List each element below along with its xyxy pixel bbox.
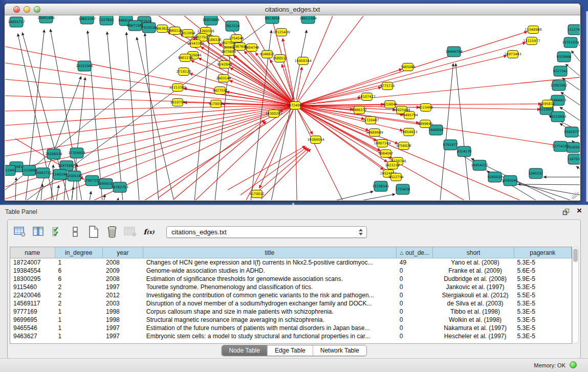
graph-node[interactable]: 9227341 [553,66,568,76]
row-check-icon[interactable] [50,224,64,239]
graph-node[interactable]: 12213389 [169,84,186,92]
graph-node[interactable]: 8912954 [181,30,195,37]
network-canvas[interactable]: 1405571720091486106532871527602946616110… [5,16,580,200]
graph-node[interactable]: 10210643 [549,112,566,122]
table-row[interactable]: 1456911722003Disruption of a novel membe… [10,299,572,308]
graph-node[interactable]: 7485083 [401,63,416,71]
table-scrollbar-thumb[interactable] [573,249,578,262]
table-row[interactable]: 946362711997Embryonic stem cells: a mode… [10,332,572,340]
graph-node[interactable]: 1640954 [429,125,444,135]
graph-node[interactable]: 6791977 [443,140,458,150]
graph-node[interactable]: 9170054 [209,100,224,108]
column-header-out_de[interactable]: △out_de... [397,247,433,258]
network-window-titlebar[interactable]: citations_edges.txt [5,4,580,15]
graph-node[interactable]: 9314170 [457,146,472,157]
table-scrollbar[interactable] [572,247,579,344]
tab-edge-table[interactable]: Edge Table [268,345,313,356]
graph-node[interactable]: 20091486 [37,16,54,23]
graph-node[interactable]: 1595812 [540,100,555,108]
function-builder-icon[interactable]: f(x) [142,224,156,239]
graph-node[interactable]: 8186328 [207,36,222,44]
graph-node[interactable]: 1810754 [170,99,185,106]
graph-node[interactable]: 9522754 [389,173,404,181]
graph-node[interactable]: 9775715 [380,82,395,90]
graph-node[interactable]: 7857224 [225,21,240,31]
graph-node[interactable]: 14055717 [8,17,25,27]
graph-node[interactable]: 1527602 [99,16,114,25]
graph-node[interactable]: 12215977 [523,37,540,45]
graph-node[interactable]: 12505185 [66,171,82,181]
graph-node[interactable]: 2718120 [177,68,191,76]
graph-node[interactable]: 8813054 [265,16,280,24]
column-header-short[interactable]: short [433,247,514,258]
graph-node[interactable]: 9899695 [418,120,433,128]
graph-node[interactable]: 12093582 [550,80,567,91]
graph-node[interactable]: 15136141 [372,181,389,191]
graph-node[interactable]: 1588512 [273,55,288,62]
graph-node[interactable]: 19654923 [400,128,417,136]
table-row[interactable]: 1830029562008Estimation of significance … [10,275,572,283]
graph-node[interactable]: 16782753 [111,182,128,192]
graph-node[interactable]: 1615152 [385,162,400,169]
citation-graph[interactable]: 1405571720091486106532871527602946616110… [5,16,580,200]
graph-node[interactable]: 9592971 [564,127,579,137]
graph-node[interactable]: 2603144 [216,75,231,82]
column-header-year[interactable]: year [103,247,143,258]
graph-node[interactable]: 9245049 [503,176,518,186]
clear-selection-icon[interactable] [68,224,82,239]
graph-node[interactable]: 20206536 [45,149,62,159]
graph-node[interactable]: 10107427 [358,93,375,101]
tab-node-table[interactable]: Node Table [222,345,268,356]
table-row[interactable]: 1938455462009Genome-wide association stu… [10,267,572,275]
graph-node[interactable]: 9901234 [178,54,193,62]
graph-node[interactable]: 15751074 [562,37,579,48]
graph-node[interactable]: 11548908 [525,26,541,34]
graph-node[interactable]: 16053809 [202,16,219,25]
table-row[interactable]: 946554611997Estimation of the future num… [10,324,572,332]
graph-node[interactable]: 15958344 [294,57,311,65]
graph-node[interactable]: 2675685 [222,48,236,56]
graph-node[interactable]: 1754546 [229,35,244,42]
graph-node[interactable]: 9329966 [557,52,572,62]
table-select-dropdown[interactable]: citations_edges.txt [166,226,367,238]
column-header-name[interactable]: name [10,247,55,258]
trash-icon[interactable] [105,224,119,239]
graph-node[interactable]: 9084067 [379,150,394,158]
graph-node[interactable]: 7986372 [352,106,367,114]
graph-node[interactable]: 8454749 [245,44,259,52]
new-file-icon[interactable] [86,224,101,239]
column-visibility-icon[interactable] [31,224,46,239]
graph-node[interactable]: 1045331 [529,168,543,179]
column-header-pagerank[interactable]: pagerank [514,247,572,258]
graph-node[interactable]: 6216044 [383,101,398,108]
graph-node[interactable]: 1733426 [396,184,410,194]
graph-node[interactable]: 13942737 [34,168,51,178]
graph-node[interactable]: 1145194 [53,169,68,180]
graph-node[interactable]: 1112747 [568,25,580,35]
graph-node[interactable]: 12774103 [552,141,569,151]
graph-node[interactable]: 1167551 [568,154,580,164]
table-row[interactable]: 977716911998Corpus callosum shape and si… [10,308,572,316]
graph-node[interactable]: 9427552 [213,87,228,95]
memory-status-icon[interactable] [570,361,577,368]
graph-node[interactable]: 7515526 [142,23,157,33]
graph-node[interactable]: 19384554 [307,136,324,144]
graph-node[interactable]: 9170012 [250,190,265,198]
graph-node[interactable]: 9756928 [397,142,411,150]
table-row[interactable]: 969969511998Structural magnetic resonanc… [10,316,572,324]
graph-node[interactable]: 12125439 [273,29,290,36]
graph-node[interactable]: 16446794 [445,47,462,57]
graph-node[interactable]: 10954227 [471,160,488,170]
network-window[interactable]: citations_edges.txt 14055717200914861065… [4,3,581,201]
graph-node[interactable]: 17359928 [68,148,85,158]
window-resize-grip[interactable] [572,192,579,199]
graph-node[interactable]: 9115460 [419,104,433,112]
tab-network-table[interactable]: Network Table [313,345,366,356]
column-header-title[interactable]: title [143,247,397,258]
column-header-in_degree[interactable]: in_degree [55,247,103,258]
graph-node[interactable]: 20153346 [76,61,93,71]
graph-node[interactable]: 18300295 [265,110,282,118]
table-row[interactable]: 2242004622012Investigating the contribut… [10,291,572,299]
graph-node[interactable]: 9245032 [488,172,503,182]
graph-node[interactable]: 3911441 [5,165,16,176]
